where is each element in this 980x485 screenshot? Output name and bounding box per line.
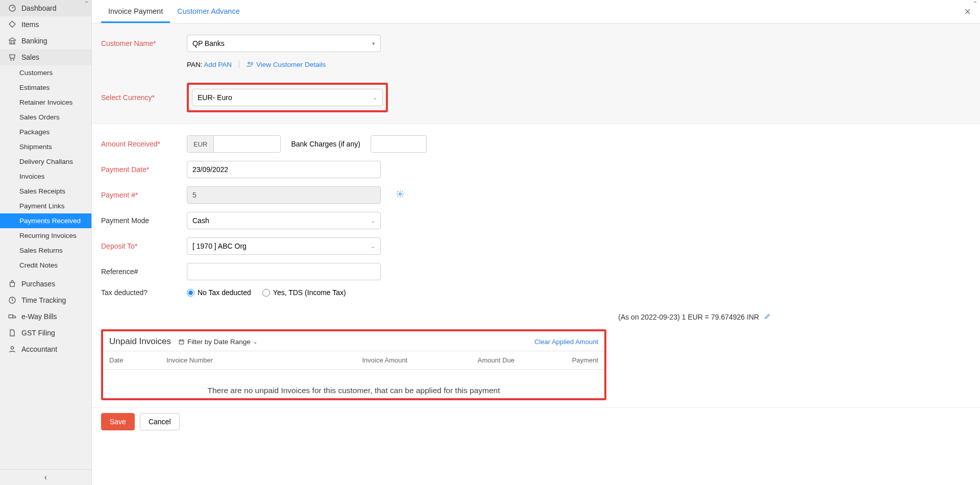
payment-date-input-wrap	[187, 161, 381, 178]
sidebar-collapse[interactable]: ‹	[0, 469, 91, 485]
bank-charges-input[interactable]	[376, 140, 421, 148]
nav-label: Banking	[21, 37, 47, 45]
svg-point-5	[399, 193, 401, 195]
main-content: ⌃ Invoice Payment Customer Advance × Cus…	[92, 0, 980, 485]
radio-tds-input[interactable]	[262, 289, 270, 297]
customer-name-value: QP Banks	[192, 39, 225, 47]
sub-payment-links[interactable]: Payment Links	[0, 199, 91, 213]
radio-tds[interactable]: Yes, TDS (Income Tax)	[262, 288, 346, 297]
payment-mode-value: Cash	[192, 216, 209, 225]
nav-label: Sales	[21, 53, 39, 61]
exchange-rate-line: (As on 2022-09-23) 1 EUR = 79.674926 INR	[92, 308, 980, 324]
amount-received-input[interactable]	[214, 136, 280, 152]
payment-no-input: 5	[187, 186, 381, 204]
tag-icon	[8, 20, 16, 29]
svg-point-3	[11, 347, 13, 349]
radio-no-tax[interactable]: No Tax deducted	[187, 288, 251, 297]
view-customer-link[interactable]: View Customer Details	[247, 61, 326, 68]
nav-time-tracking[interactable]: Time Tracking	[0, 292, 91, 308]
gear-icon[interactable]	[396, 190, 404, 200]
svg-point-4	[248, 62, 250, 64]
sub-payments-received[interactable]: Payments Received	[0, 213, 91, 228]
tabs: Invoice Payment Customer Advance ×	[92, 0, 980, 23]
nav-gst-filing[interactable]: GST Filing	[0, 325, 91, 341]
svg-rect-2	[9, 315, 13, 318]
person-icon	[8, 345, 16, 353]
nav-label: e-Way Bills	[21, 312, 57, 321]
chevron-down-icon: ⌄	[373, 94, 377, 101]
close-icon[interactable]: ×	[964, 5, 971, 18]
truck-icon	[8, 312, 16, 321]
nav-sales[interactable]: Sales	[0, 49, 91, 65]
footer: Save Cancel	[92, 407, 980, 435]
col-invoice-number: Invoice Number	[160, 351, 288, 370]
cart-icon	[8, 53, 16, 61]
deposit-value: [ 1970 ] ABC Org	[192, 242, 247, 250]
chevron-down-icon: ⌄	[371, 217, 375, 224]
save-button[interactable]: Save	[101, 413, 135, 430]
customer-name-select[interactable]: QP Banks ▾	[187, 35, 381, 52]
add-pan-link[interactable]: Add PAN	[204, 61, 232, 68]
col-invoice-amount: Invoice Amount	[288, 351, 414, 370]
pan-label: PAN: Add PAN	[187, 61, 232, 68]
dashboard-icon	[8, 4, 16, 12]
col-amount-due: Amount Due	[413, 351, 521, 370]
clear-applied-amount[interactable]: Clear Applied Amount	[534, 338, 598, 346]
filter-date-range[interactable]: Filter by Date Range ⌄	[178, 338, 257, 346]
calendar-icon	[178, 338, 185, 345]
bank-charges-label: Bank Charges (if any)	[291, 140, 360, 148]
sub-packages[interactable]: Packages	[0, 125, 91, 139]
payment-mode-label: Payment Mode	[101, 216, 187, 225]
sidebar: ⌃ Dashboard Items Banking Sales Customer…	[0, 0, 92, 485]
tax-radio-group: No Tax deducted Yes, TDS (Income Tax)	[187, 288, 346, 297]
col-date: Date	[103, 351, 160, 370]
amount-input-group: EUR	[187, 135, 281, 153]
currency-select[interactable]: EUR- Euro ⌄	[192, 89, 383, 106]
sub-shipments[interactable]: Shipments	[0, 139, 91, 154]
nav-banking[interactable]: Banking	[0, 33, 91, 49]
customer-meta: PAN: Add PAN View Customer Details	[187, 60, 971, 68]
tax-label: Tax deducted?	[101, 288, 187, 297]
unpaid-empty-message: There are no unpaid Invoices for this cu…	[103, 370, 604, 398]
sub-estimates[interactable]: Estimates	[0, 80, 91, 95]
radio-no-tax-input[interactable]	[187, 289, 194, 297]
reference-input[interactable]	[192, 268, 375, 276]
sub-retainer-invoices[interactable]: Retainer Invoices	[0, 95, 91, 110]
clock-icon	[8, 296, 16, 304]
currency-label: Select Currency*	[101, 93, 187, 102]
sub-sales-receipts[interactable]: Sales Receipts	[0, 184, 91, 199]
nav-label: GST Filing	[21, 329, 55, 337]
sub-customers[interactable]: Customers	[0, 65, 91, 80]
nav-items[interactable]: Items	[0, 16, 91, 33]
nav-eway-bills[interactable]: e-Way Bills	[0, 308, 91, 325]
payment-date-input[interactable]	[192, 165, 375, 174]
chevron-left-icon: ‹	[44, 473, 47, 481]
form-top-section: Customer Name* QP Banks ▾ PAN: Add PAN V…	[92, 23, 980, 124]
tab-invoice-payment[interactable]: Invoice Payment	[101, 0, 170, 23]
sub-recurring-invoices[interactable]: Recurring Invoices	[0, 228, 91, 243]
nav-accountant[interactable]: Accountant	[0, 341, 91, 357]
reference-label: Reference#	[101, 268, 187, 276]
deposit-select[interactable]: [ 1970 ] ABC Org ⌄	[187, 237, 381, 255]
tab-customer-advance[interactable]: Customer Advance	[170, 0, 247, 23]
sub-credit-notes[interactable]: Credit Notes	[0, 258, 91, 273]
cancel-button[interactable]: Cancel	[140, 413, 180, 430]
unpaid-table: Date Invoice Number Invoice Amount Amoun…	[103, 351, 604, 370]
bag-icon	[8, 280, 16, 288]
form-white-section: Amount Received* EUR Bank Charges (if an…	[92, 124, 980, 308]
nav-dashboard[interactable]: Dashboard	[0, 0, 91, 16]
nav-purchases[interactable]: Purchases	[0, 276, 91, 292]
payment-date-label: Payment Date*	[101, 165, 187, 174]
payment-mode-select[interactable]: Cash ⌄	[187, 212, 381, 229]
sub-sales-returns[interactable]: Sales Returns	[0, 243, 91, 258]
pencil-icon[interactable]	[764, 313, 771, 321]
sub-delivery-challans[interactable]: Delivery Challans	[0, 154, 91, 169]
bank-charges-input-wrap	[371, 135, 427, 153]
reference-input-wrap	[187, 263, 381, 280]
doc-icon	[8, 329, 16, 337]
sub-sales-orders[interactable]: Sales Orders	[0, 110, 91, 125]
col-payment: Payment	[521, 351, 604, 370]
sub-invoices[interactable]: Invoices	[0, 169, 91, 184]
amount-label: Amount Received*	[101, 140, 187, 148]
svg-rect-6	[179, 340, 184, 344]
